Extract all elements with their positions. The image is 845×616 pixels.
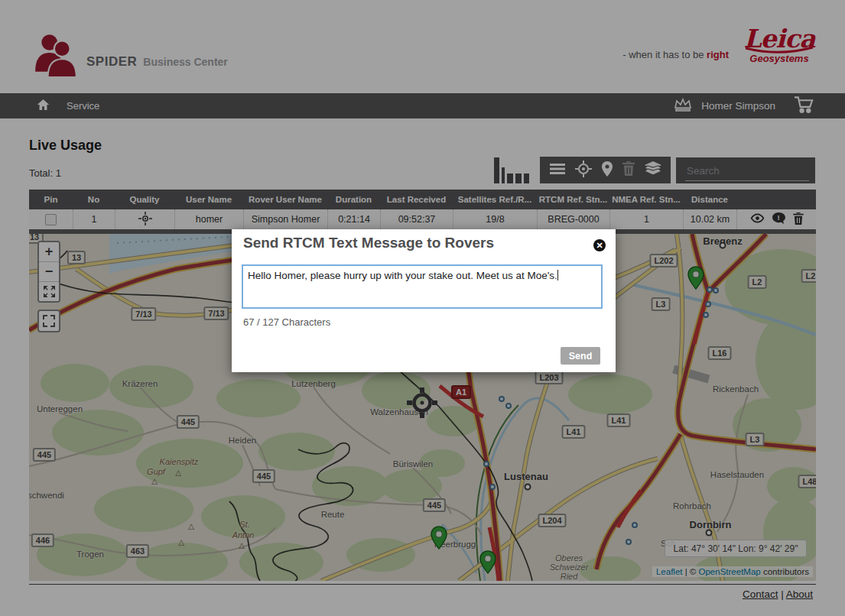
send-button[interactable]: Send bbox=[561, 347, 600, 365]
message-input[interactable]: Hello Homer, please hurry up with your s… bbox=[242, 264, 603, 309]
char-counter: 67 / 127 Characters bbox=[243, 316, 330, 328]
message-text: Hello Homer, please hurry up with your s… bbox=[248, 270, 557, 281]
text-caret bbox=[557, 270, 558, 280]
send-rtcm-modal: Send RTCM Text Message to Rovers ✕ Hello… bbox=[232, 229, 616, 372]
close-icon[interactable]: ✕ bbox=[593, 239, 606, 251]
modal-title: Send RTCM Text Message to Rovers bbox=[243, 235, 494, 251]
